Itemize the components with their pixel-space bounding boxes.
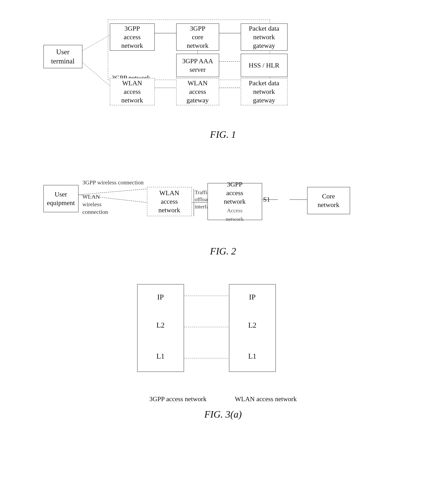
svg-line-1 [82,62,110,86]
3gpp-core-box: 3GPPcorenetwork [176,23,219,51]
core-network-box: Corenetwork [307,187,350,214]
wlan-gw-box: WLANaccessgateway [176,78,219,105]
fig1-diagram: Userterminal 3GPP network 3GPPaccessnetw… [38,12,409,121]
page: Userterminal 3GPP network 3GPPaccessnetw… [16,12,430,443]
right-ip-box: IP [229,284,276,309]
left-l1-box: L1 [137,341,184,372]
fig3-3gpp-label: 3GPP access network [149,395,207,403]
left-ip-box: IP [137,284,184,309]
wlan-access-box: WLANaccessnetwork [110,78,155,105]
3gpp-access-box: 3GPPaccessnetwork [110,23,155,51]
3gpp-wireless-label: 3GPP wireless connection [82,179,144,186]
left-l2-box: L2 [137,309,184,341]
fig3-wlan-label: WLAN access network [235,395,297,403]
fig2-wlan-access-box: WLANaccessnetwork [147,187,192,216]
fig1-label: FIG. 1 [210,129,236,140]
wlan-wireless-label: WLANwirelessconnection [82,193,108,216]
hss-hlr-box: HSS / HLR [241,54,288,77]
fig3-container: IP L2 L1 IP L2 L1 3GPP [16,280,430,432]
fig3a-label: FIG. 3(a) [204,409,242,420]
s1-label: S1 [263,196,270,203]
fig2-3gpp-access-box: 3GPPaccessnetwork Accessnetwork [208,183,262,220]
fig2-container: Userequipment 3GPP wireless connection W… [16,163,430,269]
user-equipment-box: Userequipment [43,185,78,212]
right-l1-box: L1 [229,341,276,372]
fig2-diagram: Userequipment 3GPP wireless connection W… [38,163,409,238]
right-l2-box: L2 [229,309,276,341]
fig3-diagram: IP L2 L1 IP L2 L1 [125,280,321,389]
svg-line-0 [82,35,110,51]
fig2-label: FIG. 2 [210,245,236,257]
fig1-container: Userterminal 3GPP network 3GPPaccessnetw… [16,12,430,152]
packet-data-gw1-box: Packet datanetworkgateway [241,23,288,51]
3gpp-aaa-box: 3GPP AAAserver [176,54,219,77]
user-terminal-box: Userterminal [43,45,82,68]
packet-data-gw2-box: Packet datanetworkgateway [241,78,288,105]
fig3-labels: 3GPP access network WLAN access network [135,395,311,403]
